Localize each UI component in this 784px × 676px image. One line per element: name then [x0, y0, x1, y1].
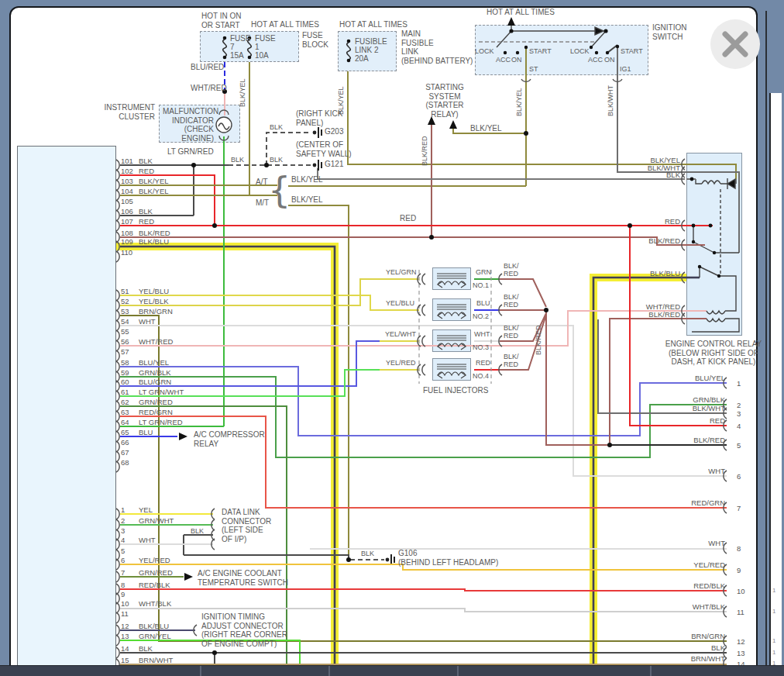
ignition-hot-label: HOT AT ALL TIMES: [487, 8, 555, 17]
pin-number: 101: [121, 157, 139, 165]
pin-number: 62: [121, 398, 139, 406]
injector-3-box: [432, 329, 471, 352]
wire-color: BLK/RED: [139, 229, 170, 237]
pin-number: 59: [121, 368, 139, 377]
wire-color: WHT/BLK: [139, 599, 171, 608]
wire-color: GRN/BLK: [139, 368, 171, 377]
fusible-name: FUSIBLE: [355, 37, 387, 47]
sw1-start: START: [529, 47, 552, 55]
ecm-row-63: 63RED/GRN: [121, 408, 173, 416]
edge-digit: 1: [772, 587, 775, 594]
inj3-in-label: YEL/WHT: [385, 330, 416, 338]
rpin-8-num: 8: [737, 544, 741, 553]
toolbar-separator: [650, 666, 652, 676]
rpin-7-color: RED/GRN: [581, 498, 725, 507]
wire-color: RED/BLK: [139, 581, 170, 589]
ecm-row-104: 104BLK/YEL: [121, 187, 169, 195]
relay-in-red: RED: [589, 217, 680, 226]
ecm-row-5: 5: [121, 547, 139, 555]
inj4-common: BLK/ RED: [504, 353, 519, 368]
ecm-row-10: 10WHT/BLK: [121, 599, 171, 608]
pin-number: 15: [121, 656, 139, 664]
edge-digit: 1: [772, 608, 775, 615]
close-button[interactable]: [710, 19, 760, 69]
wire-color: GRN/RED: [139, 568, 173, 577]
pin-number: 11: [121, 609, 139, 618]
ecm-row-9: 9: [121, 590, 139, 598]
rpin-2-num: 2: [737, 401, 741, 409]
wire-color: BLK/YEL: [139, 177, 169, 185]
ecm-row-6: 6YEL/RED: [121, 556, 170, 564]
ecm-row-8: 8RED/BLK: [121, 581, 170, 589]
ecm-row-15: 15BRN/WHT: [121, 656, 173, 664]
inj1-in-label: YEL/GRN: [386, 268, 417, 276]
wire-color: RED: [139, 167, 154, 175]
rpin-11-color: WHT/BLK: [581, 602, 725, 611]
wire-color: WHT: [139, 536, 156, 544]
pin-number: 108: [121, 229, 139, 237]
pin-number: 68: [121, 458, 139, 467]
wire-color: WHT/RED: [139, 337, 173, 346]
inj4-out-label: RED: [476, 359, 490, 367]
pin-number: 55: [121, 327, 139, 336]
rpin-10-color: RED/BLK: [581, 581, 725, 590]
wire-color: WHT: [139, 317, 156, 326]
pin-number: 66: [121, 438, 139, 447]
ecm-row-66: 66: [121, 438, 139, 447]
sw1-acc: ACC: [496, 56, 511, 64]
sw1-out: ST: [529, 65, 538, 73]
inj2-in-label: YEL/BLU: [386, 299, 414, 307]
wire-color: RED: [139, 217, 154, 226]
toolbar-separator: [200, 666, 201, 676]
pin-number: 56: [121, 337, 139, 346]
ecm-row-59: 59GRN/BLK: [121, 368, 171, 377]
rot-blkred-common: BLK/RED: [535, 316, 542, 355]
coolant-switch-callout: A/C ENGINE COOLANT TEMPERATURE SWITCH: [198, 569, 288, 587]
ecm-row-52: 52YEL/BLK: [121, 297, 169, 305]
starter-blk-yel-label: BLK/YEL: [470, 124, 502, 133]
ac-compressor-callout: A/C COMPRESSOR RELAY: [194, 430, 265, 448]
pin-number: 104: [121, 187, 139, 195]
dlc-blk-label: BLK: [191, 527, 204, 535]
fuel-injectors-title: FUEL INJECTORS: [423, 386, 488, 395]
pin-number: 103: [121, 177, 139, 185]
wire-color: YEL: [139, 505, 153, 514]
pin-number: 109: [121, 237, 139, 246]
inj1-num: NO.1: [473, 281, 489, 289]
pin-number: 64: [121, 418, 139, 426]
rpin-2-color: GRN/BLK: [581, 395, 725, 404]
close-icon: [710, 19, 760, 69]
rpin-3-color: BLK/WHT: [581, 404, 725, 412]
wire-color: BLU: [139, 428, 153, 436]
g121-name: G121: [325, 160, 343, 169]
rpin-12-num: 12: [737, 637, 745, 646]
pin-number: 105: [121, 197, 139, 205]
wire-color: GRN/YEL: [139, 632, 171, 640]
pin-number: 110: [121, 248, 139, 257]
relay-in-blk: BLK: [589, 171, 680, 179]
rpin-6-color: WHT: [581, 467, 725, 475]
sw1-lock: LOCK: [475, 47, 494, 55]
toolbar-separator: [328, 666, 330, 676]
instrument-cluster-title: INSTRUMENT CLUSTER: [102, 103, 155, 121]
inj3-out-label: WHT: [474, 330, 490, 338]
red-mid-label: RED: [400, 214, 416, 223]
rpin-13-num: 13: [737, 649, 745, 657]
bottom-toolbar[interactable]: [0, 665, 784, 676]
pin-number: 4: [121, 536, 139, 544]
pin-number: 1: [121, 505, 139, 514]
pin-number: 54: [121, 317, 139, 326]
rpin-13-color: BLK: [581, 643, 725, 652]
wire-color: BLK: [139, 157, 153, 165]
wire-color: BRN/GRN: [139, 307, 173, 316]
ecm-row-64: 64LT GRN/RED: [121, 418, 183, 426]
rpin-7-num: 7: [737, 504, 741, 512]
pin-number: 53: [121, 307, 139, 316]
ecm-row-51: 51YEL/BLU: [121, 287, 169, 295]
wire-color: YEL/RED: [139, 556, 170, 564]
pin-number: 61: [121, 388, 139, 396]
wire-color: YEL/BLK: [139, 297, 169, 305]
pin-number: 102: [121, 167, 139, 175]
ecm-row-58: 58BLU/YEL: [121, 358, 169, 367]
fuse7-amp: 15A: [230, 51, 244, 60]
